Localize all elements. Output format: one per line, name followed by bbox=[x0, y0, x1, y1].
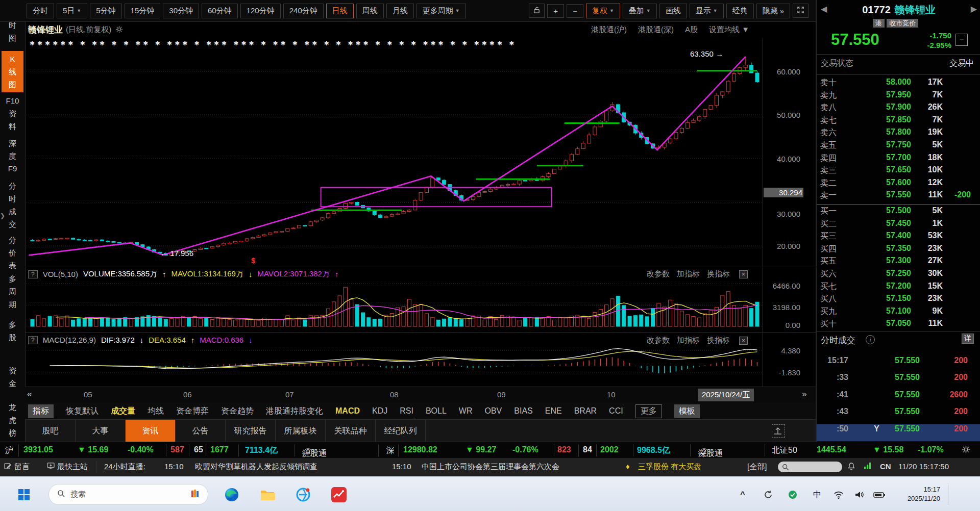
market-link-3[interactable]: 设置均线 ▼ bbox=[709, 25, 749, 35]
ask-row-卖十[interactable]: 卖十58.00017K bbox=[817, 78, 980, 90]
tab-经纪队列[interactable]: 经纪队列 bbox=[376, 420, 426, 442]
indicator-control-换指标[interactable]: 换指标 bbox=[707, 336, 730, 345]
tool-button-叠加[interactable]: 叠加▼ bbox=[623, 4, 657, 18]
settings-gear-icon[interactable] bbox=[962, 445, 970, 456]
bid-row-买三[interactable]: 买三57.40053K bbox=[817, 231, 980, 244]
gear-icon[interactable] bbox=[115, 25, 123, 35]
indicator-control-换指标[interactable]: 换指标 bbox=[707, 269, 730, 279]
sidebar-item-分价表[interactable]: 分价表 bbox=[0, 234, 25, 272]
indicator-tab-港股通持股变化[interactable]: 港股通持股变化 bbox=[266, 406, 323, 417]
indicator-tab-恢复默认[interactable]: 恢复默认 bbox=[66, 406, 99, 417]
indicator-tab-WR[interactable]: WR bbox=[459, 406, 473, 416]
period-tab-5分钟[interactable]: 5分钟 bbox=[90, 4, 121, 18]
tab-股吧[interactable]: 股吧 bbox=[25, 420, 76, 442]
bid-row-买二[interactable]: 买二57.4501K bbox=[817, 219, 980, 232]
detail-button[interactable]: 详 bbox=[962, 334, 974, 344]
sidebar-expand-chevron[interactable]: ❯ bbox=[0, 212, 5, 219]
indicator-tab-资金趋势[interactable]: 资金趋势 bbox=[221, 406, 254, 417]
indicator-tab-RSI[interactable]: RSI bbox=[400, 406, 413, 416]
indicator-tab-资金博弈[interactable]: 资金博弈 bbox=[176, 406, 209, 417]
tab-关联品种[interactable]: 关联品种 bbox=[326, 420, 376, 442]
indicator-tab-BRAR[interactable]: BRAR bbox=[574, 406, 597, 416]
bid-row-买八[interactable]: 买八57.15023K bbox=[817, 294, 980, 306]
taskbar-search[interactable]: 搜索 bbox=[48, 484, 208, 505]
expand-button[interactable] bbox=[793, 4, 808, 18]
indicator-control-加指标[interactable]: 加指标 bbox=[677, 336, 700, 345]
ask-row-卖三[interactable]: 卖三57.65010K bbox=[817, 165, 980, 178]
tray-expand-caret-icon[interactable]: ^ bbox=[734, 486, 751, 503]
news-search-box[interactable] bbox=[778, 462, 842, 472]
flash-news-text[interactable]: 三孚股份 有大买盘 bbox=[638, 462, 701, 472]
tool-button-显示[interactable]: 显示▼ bbox=[690, 4, 724, 18]
tick-row[interactable]: :4157.5502600 bbox=[817, 390, 980, 407]
market-link-2[interactable]: A股 bbox=[685, 25, 698, 35]
close-icon[interactable]: × bbox=[739, 337, 748, 345]
speaker-icon[interactable] bbox=[850, 486, 868, 503]
battery-icon[interactable] bbox=[871, 486, 888, 503]
kline-chart[interactable] bbox=[25, 38, 816, 387]
wifi-icon[interactable] bbox=[830, 486, 847, 503]
close-icon[interactable]: × bbox=[739, 270, 748, 278]
period-tab-月线[interactable]: 月线 bbox=[386, 4, 414, 18]
scroll-forward-icon[interactable]: » bbox=[802, 389, 806, 399]
period-tab-5日[interactable]: 5日▼ bbox=[57, 4, 87, 18]
ie-browser-icon[interactable] bbox=[295, 486, 312, 503]
sidebar-item-深度F9[interactable]: 深度F9 bbox=[0, 137, 25, 175]
compose-link[interactable]: 留言 bbox=[14, 462, 30, 472]
period-tab-周线[interactable]: 周线 bbox=[356, 4, 384, 18]
ask-row-卖二[interactable]: 卖二57.60012K bbox=[817, 178, 980, 191]
period-tab-15分钟[interactable]: 15分钟 bbox=[125, 4, 161, 18]
fastest-site-link[interactable]: 最快主站 bbox=[57, 462, 88, 472]
file-explorer-icon[interactable] bbox=[259, 486, 276, 503]
sidebar-item-资金[interactable]: 资金 bbox=[0, 364, 25, 390]
ime-indicator[interactable]: 中 bbox=[808, 486, 826, 503]
antivirus-icon[interactable] bbox=[784, 486, 801, 503]
minimize-button[interactable]: − bbox=[955, 34, 968, 46]
period-tab-日线[interactable]: 日线 bbox=[326, 4, 354, 18]
ask-row-卖七[interactable]: 卖七57.8507K bbox=[817, 115, 980, 128]
bz-label[interactable]: 北证50 bbox=[772, 445, 797, 456]
indicator-tab-BOLL[interactable]: BOLL bbox=[426, 406, 447, 416]
tool-button-−[interactable]: − bbox=[567, 4, 583, 18]
bid-row-买一[interactable]: 买一57.5005K bbox=[817, 206, 980, 219]
market-link-0[interactable]: 港股通(沪) bbox=[591, 25, 627, 35]
indicator-tab-CCI[interactable]: CCI bbox=[609, 406, 623, 416]
indicator-control-加指标[interactable]: 加指标 bbox=[677, 269, 700, 279]
tick-row[interactable]: 15:1757.550200 bbox=[817, 356, 980, 373]
ask-row-卖九[interactable]: 卖九57.9507K bbox=[817, 90, 980, 103]
indicator-tab-成交量[interactable]: 成交量 bbox=[111, 406, 135, 417]
indicator-tab-模板[interactable]: 模板 bbox=[674, 404, 700, 418]
compose-icon[interactable] bbox=[4, 462, 12, 471]
ask-row-卖五[interactable]: 卖五57.7505K bbox=[817, 140, 980, 153]
live-label[interactable]: 24小时直播: bbox=[104, 462, 145, 472]
bid-row-买四[interactable]: 买四57.35023K bbox=[817, 244, 980, 257]
lock-button[interactable] bbox=[529, 4, 545, 18]
market-link-1[interactable]: 港股通(深) bbox=[638, 25, 674, 35]
tick-row[interactable]: :3357.550200 bbox=[817, 373, 980, 390]
tool-button-经典[interactable]: 经典 bbox=[726, 4, 754, 18]
sync-icon[interactable] bbox=[760, 486, 777, 503]
sidebar-item-K线图[interactable]: K线图 bbox=[2, 51, 23, 92]
main-site-icon[interactable] bbox=[47, 462, 55, 471]
tab-研究报告[interactable]: 研究报告 bbox=[226, 420, 276, 442]
period-tab-30分钟[interactable]: 30分钟 bbox=[163, 4, 199, 18]
indicator-control-改参数[interactable]: 改参数 bbox=[647, 269, 670, 279]
period-tab-240分钟[interactable]: 240分钟 bbox=[283, 4, 324, 18]
stock-header[interactable]: 01772 赣锋锂业 bbox=[817, 3, 980, 17]
tab-大事[interactable]: 大事 bbox=[76, 420, 126, 442]
period-tab-分时[interactable]: 分时 bbox=[27, 4, 54, 18]
indicator-control-改参数[interactable]: 改参数 bbox=[647, 336, 670, 345]
tool-button-画线[interactable]: 画线 bbox=[659, 4, 687, 18]
taskbar-clock[interactable]: 15:17 2025/11/20 bbox=[908, 485, 940, 503]
ask-row-卖八[interactable]: 卖八57.90026K bbox=[817, 103, 980, 115]
indicator-tab-均线[interactable]: 均线 bbox=[148, 406, 164, 417]
bid-row-买五[interactable]: 买五57.30027K bbox=[817, 256, 980, 269]
indicator-tab-OBV[interactable]: OBV bbox=[484, 406, 502, 416]
sidebar-item-龙虎榜[interactable]: 龙虎榜 bbox=[0, 401, 25, 439]
indicator-tab-ENE[interactable]: ENE bbox=[545, 406, 562, 416]
edge-browser-icon[interactable] bbox=[223, 486, 240, 503]
tool-button-隐藏[interactable]: 隐藏» bbox=[756, 4, 790, 18]
tab-所属板块[interactable]: 所属板块 bbox=[276, 420, 326, 442]
bid-row-买九[interactable]: 买九57.1009K bbox=[817, 306, 980, 319]
period-tab-120分钟[interactable]: 120分钟 bbox=[240, 4, 281, 18]
